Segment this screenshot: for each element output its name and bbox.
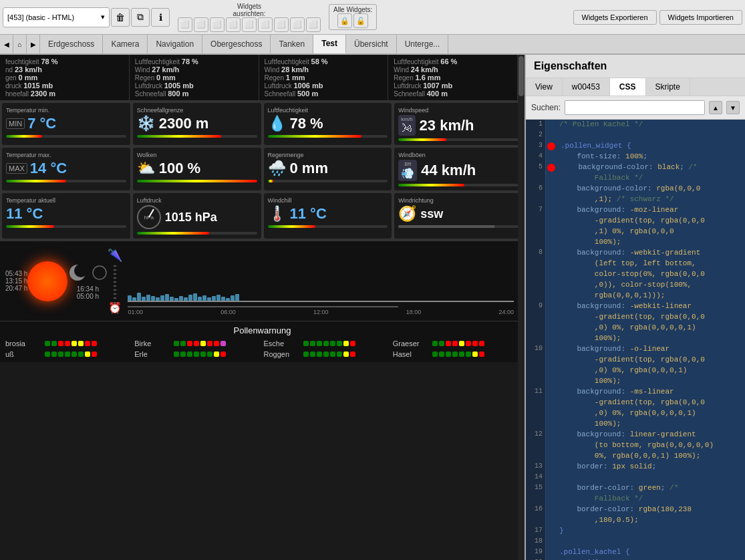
code-line-2: 2 (526, 130, 745, 141)
distribute-h-button[interactable]: ⬜ (274, 17, 289, 32)
code-line-6: 6 background-color: rgba(0,0,0 (526, 184, 745, 194)
weather-col-2: Luftfeuchtigkeit 58 % Wind 28 km/h Regen… (259, 55, 389, 100)
tab-ubersicht[interactable]: Übersicht (346, 35, 397, 53)
align-right-button[interactable]: ⬜ (210, 17, 225, 32)
weather-panel: feuchtigkeit 78 % nd 23 km/h gen 0 mm dr… (0, 55, 525, 560)
tab-test[interactable]: Test (313, 35, 346, 53)
search-input[interactable] (565, 100, 705, 115)
widget-selector-group: [453] (basic - HTML) ▾ 🗑 ⧉ ℹ (3, 7, 170, 27)
code-line-8d: ,0)), color-stop(100%, (526, 280, 745, 291)
chart-bar (188, 295, 192, 301)
card-temp-aktuell: Temperatur aktuell 11 °C (1, 192, 131, 239)
weather-vscroll-thumb[interactable] (518, 56, 524, 96)
card-windchill: Windchill 🌡️ 11 °C (263, 192, 393, 239)
snow-icon: ❄️ (137, 115, 155, 132)
search-label: Suchen: (531, 103, 561, 112)
weather-col-3: Luftfeuchtigkeit 66 % Wind 24 km/h Regen… (388, 55, 518, 100)
props-tab-view[interactable]: View (526, 78, 563, 96)
moon-crescent-icon (67, 263, 88, 283)
weather-col-1: Luftfeuchtigkeit 78 % Wind 27 km/h Regen… (130, 55, 259, 100)
rain-alarm-section: 🌂 ⏰ (108, 248, 122, 314)
card-temp-max: Temperatur max. MAX 14 °C (1, 147, 131, 191)
tab-unterge[interactable]: Unterge... (397, 35, 449, 53)
info-widget-button[interactable]: ℹ (151, 8, 170, 27)
card-luftfeuchtigkeit: Luftfeuchtigkeit 💧 78 % (263, 102, 393, 146)
props-tab-css[interactable]: CSS (610, 78, 646, 96)
rain-chart-lines (114, 265, 116, 299)
sun-image (27, 261, 67, 301)
tab-nav-next[interactable]: ▶ (27, 35, 40, 53)
align-bottom-button[interactable]: ⬜ (258, 17, 273, 32)
chart-baseline (128, 301, 514, 302)
align-left-button[interactable]: ⬜ (178, 17, 192, 32)
sun-moon-section: 05:43 h 13:15 h 20:47 h 16:34 h 05: (0, 241, 525, 321)
temp-min-bar (6, 135, 42, 138)
tab-nav-home[interactable]: ⌂ (13, 35, 27, 53)
cloud-icon: ⛅ (137, 160, 155, 177)
pollen-item-roggen: Roggen (264, 350, 390, 358)
chart-labels: 01:00 06:00 12:00 18:00 24:00 (128, 309, 514, 315)
card-windrichtung: Windrichtung 🧭 ssw (394, 192, 523, 239)
card-wolken: Wolken ⛅ 100 % (132, 147, 262, 191)
pollen-title: Pollenwarnung (5, 325, 519, 335)
code-line-12b: (to bottom, rgba(0,0,0,0,0) (526, 440, 745, 451)
resize-button[interactable]: ⬜ (306, 17, 321, 32)
code-editor[interactable]: 1 /* Pollen Kachel */ 2 3 .pollen_widget… (526, 120, 745, 560)
delete-widget-button[interactable]: 🗑 (111, 8, 130, 27)
tab-nav-prev[interactable]: ◀ (0, 35, 13, 53)
code-line-10c: ,0) 0%, rgba(0,0,0,1) (526, 366, 745, 376)
lock-all-button[interactable]: 🔒 (337, 13, 352, 28)
code-line-7c: ,1) 0%, rgba(0,0,0 (526, 227, 745, 237)
wind-gauge-icon: 🌬 (402, 122, 412, 134)
chart-bar (235, 294, 239, 301)
temp-max-bar (6, 180, 66, 182)
pollen-item-esche: Esche (264, 339, 390, 347)
windchill-icon: 🌡️ (268, 205, 286, 223)
windchill-bar (268, 225, 316, 228)
align-top-button[interactable]: ⬜ (226, 17, 241, 32)
code-line-11b: -gradient(top, rgba(0,0,0 (526, 398, 745, 408)
alle-widgets-label: Alle Widgets: (333, 6, 372, 13)
tab-obergeschoss[interactable]: Obergeschoss (202, 35, 271, 53)
code-line-17: 17 } (526, 526, 745, 537)
properties-tabs: View w00453 CSS Skripte (526, 78, 745, 96)
code-line-12c: 0%, rgba(0,0,0,1) 100%); (526, 451, 745, 462)
unlock-all-button[interactable]: 🔓 (353, 13, 368, 28)
copy-widget-button[interactable]: ⧉ (131, 8, 150, 27)
humidity-icon: 💧 (268, 115, 286, 132)
align-center-v-button[interactable]: ⬜ (242, 17, 257, 32)
props-tab-w00453[interactable]: w00453 (563, 78, 610, 96)
widgets-importieren-button[interactable]: Widgets Importieren (659, 10, 742, 25)
weather-vscroll[interactable] (518, 55, 525, 560)
code-line-7: 7 background: -moz-linear (526, 205, 745, 216)
code-line-16: 16 border-color: rgba(180,238 (526, 505, 745, 515)
widgets-exportieren-button[interactable]: Widgets Exportieren (573, 10, 657, 25)
code-line-5: 5 background-color: black; /* (526, 162, 745, 173)
code-line-3: 3 .pollen_widget { (526, 141, 745, 152)
chart-bar (165, 294, 169, 301)
snow-bar (137, 135, 221, 138)
widget-selector[interactable]: [453] (basic - HTML) ▾ (3, 7, 110, 27)
gust-icon: 💨 (401, 167, 414, 180)
distribute-v-button[interactable]: ⬜ (290, 17, 305, 32)
tab-tanken[interactable]: Tanken (271, 35, 313, 53)
search-up-button[interactable]: ▲ (709, 101, 722, 114)
alarm-bell-icon: ⏰ (108, 301, 122, 314)
tab-navigation[interactable]: Navigation (148, 35, 202, 53)
code-line-1: 1 /* Pollen Kachel */ (526, 120, 745, 130)
widget-selector-label: [453] (basic - HTML) (7, 13, 74, 21)
code-line-8b: (left top, left bottom, (526, 259, 745, 269)
card-windspeed: Windspeed km/h 🌬 23 km/h (394, 102, 523, 146)
rain-icon: 🌧️ (268, 160, 286, 177)
pollen-item-ambrosia: brosia (5, 339, 132, 347)
code-line-11d: 100%); (526, 419, 745, 430)
search-down-button[interactable]: ▼ (726, 101, 740, 114)
pollen-item-hasel: Hasel (393, 350, 519, 358)
pollen-item-erle: Erle (134, 350, 261, 358)
chart-bar (151, 296, 155, 301)
align-center-h-button[interactable]: ⬜ (194, 17, 208, 32)
props-tab-skripte[interactable]: Skripte (646, 78, 690, 96)
code-line-18: 18 (526, 537, 745, 547)
tab-erdgeschoss[interactable]: Erdgeschoss (40, 35, 103, 53)
tab-kamera[interactable]: Kamera (103, 35, 148, 53)
